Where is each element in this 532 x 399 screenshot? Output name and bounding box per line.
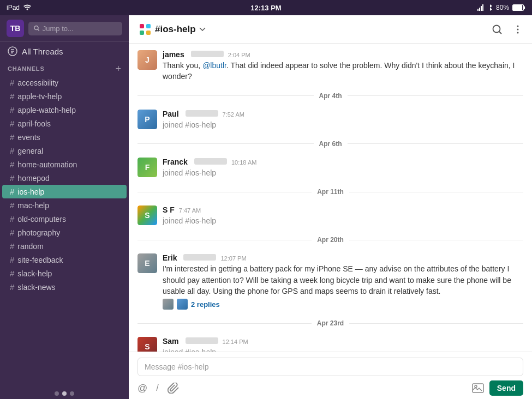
- search-icon: [34, 25, 40, 32]
- sf-message-content: S F 7:47 AM joined #ios-help: [163, 205, 523, 226]
- james-author: james: [163, 50, 184, 59]
- more-options-icon[interactable]: [512, 24, 523, 35]
- dot-3: [70, 391, 74, 396]
- svg-line-8: [38, 29, 39, 31]
- erik-avatar-img: E: [138, 253, 157, 273]
- channel-name-label: accessibility: [17, 78, 58, 87]
- hash-icon: #: [10, 105, 14, 114]
- sidebar-item-homepod[interactable]: #homepod: [2, 171, 127, 185]
- sf-avatar-img: S: [138, 205, 157, 225]
- date-label-apr11: Apr 11th: [317, 188, 344, 196]
- message-row: J james 2:04 PM Thank you, @lbutlr. That…: [138, 48, 523, 84]
- sidebar-item-old-computers[interactable]: #old-computers: [2, 212, 127, 226]
- paul-message-content: Paul 7:52 AM joined #ios-help: [163, 110, 523, 130]
- replies-count[interactable]: 2 replies: [191, 300, 220, 309]
- sidebar-header: TB: [0, 15, 129, 42]
- main-layout: TB All Threads CHANNELS + #accessibility…: [0, 15, 532, 399]
- search-input[interactable]: [43, 25, 117, 33]
- hash-icon: #: [10, 173, 14, 183]
- hash-icon: #: [10, 92, 14, 101]
- erik-avatar: E: [138, 253, 157, 273]
- status-time: 12:13 PM: [250, 4, 281, 12]
- channel-name-label: april-fools: [17, 119, 51, 128]
- date-label-apr6: Apr 6th: [319, 140, 342, 148]
- slash-command-icon[interactable]: /: [156, 383, 158, 393]
- sidebar-item-apple-tv-help[interactable]: #apple-tv-help: [2, 89, 127, 103]
- search-chat-icon[interactable]: [492, 24, 503, 35]
- sf-author: S F: [163, 205, 175, 214]
- hash-icon: #: [10, 187, 14, 196]
- sidebar-item-april-fools[interactable]: #april-fools: [2, 117, 127, 130]
- at-mention-icon[interactable]: @: [138, 383, 147, 394]
- sidebar-item-apple-watch-help[interactable]: #apple-watch-help: [2, 103, 127, 117]
- channel-name-header[interactable]: #ios-help: [138, 22, 206, 37]
- sidebar-item-events[interactable]: #events: [2, 130, 127, 144]
- device-label: iPad: [7, 4, 20, 11]
- sidebar: TB All Threads CHANNELS + #accessibility…: [0, 15, 129, 399]
- add-channel-button[interactable]: +: [115, 64, 121, 74]
- svg-rect-5: [513, 5, 522, 10]
- channel-name-label: site-feedback: [17, 256, 63, 264]
- hash-icon: #: [10, 214, 14, 223]
- sidebar-item-slack-help[interactable]: #slack-help: [2, 267, 127, 280]
- all-threads-item[interactable]: All Threads: [0, 42, 129, 61]
- channel-name-label: ios-help: [17, 188, 44, 196]
- message-input-box[interactable]: Message #ios-help: [138, 358, 523, 376]
- svg-rect-14: [146, 31, 151, 35]
- paul-message-time: 7:52 AM: [223, 111, 244, 118]
- svg-point-17: [517, 25, 519, 27]
- sidebar-item-photography[interactable]: #photography: [2, 226, 127, 239]
- date-label-apr20: Apr 20th: [317, 236, 344, 244]
- channel-name-text: #ios-help: [155, 24, 196, 35]
- message-row: P Paul 7:52 AM joined #ios-help: [138, 107, 523, 132]
- sidebar-item-slack-news[interactable]: #slack-news: [2, 280, 127, 294]
- sidebar-item-site-feedback[interactable]: #site-feedback: [2, 253, 127, 267]
- channel-name-label: random: [17, 242, 43, 251]
- workspace-icon[interactable]: TB: [7, 20, 24, 37]
- date-divider-apr23: Apr 23rd: [138, 319, 523, 327]
- sf-avatar: S: [138, 205, 157, 225]
- franck-author-blur: [194, 158, 227, 165]
- channel-name-label: events: [17, 133, 40, 142]
- hash-icon: #: [10, 269, 14, 278]
- message-row: S S F 7:47 AM joined #ios-help: [138, 203, 523, 228]
- sidebar-item-home-automation[interactable]: #home-automation: [2, 158, 127, 171]
- channel-name-label: old-computers: [17, 215, 66, 223]
- sidebar-item-ios-help[interactable]: #ios-help: [2, 185, 127, 198]
- send-button[interactable]: Send: [489, 380, 523, 396]
- channel-name-label: homepod: [17, 174, 49, 183]
- paul-message-header: Paul 7:52 AM: [163, 110, 523, 118]
- erik-message-content: Erik 12:07 PM I'm interested in getting …: [163, 253, 523, 310]
- james-avatar: J: [138, 50, 157, 70]
- hash-icon: #: [10, 201, 14, 210]
- messages-container: J james 2:04 PM Thank you, @lbutlr. That…: [129, 44, 532, 352]
- attachment-icon[interactable]: [168, 383, 180, 394]
- svg-rect-3: [482, 4, 483, 11]
- search-box[interactable]: [28, 22, 122, 35]
- sidebar-item-accessibility[interactable]: #accessibility: [2, 76, 127, 89]
- sam-author-blur: [186, 337, 218, 344]
- sidebar-item-general[interactable]: #general: [2, 144, 127, 158]
- franck-message-content: Franck 10:18 AM joined #ios-help: [163, 158, 523, 178]
- sam-avatar-img: S: [138, 337, 157, 352]
- svg-rect-12: [146, 24, 151, 28]
- hash-icon: #: [10, 119, 14, 128]
- divider-line: [138, 323, 312, 324]
- date-divider-apr6: Apr 6th: [138, 140, 523, 148]
- channel-name-label: photography: [17, 228, 60, 237]
- svg-rect-2: [481, 6, 482, 11]
- sam-author: Sam: [163, 337, 179, 346]
- svg-rect-1: [479, 8, 480, 11]
- date-divider-apr4: Apr 4th: [138, 92, 523, 100]
- sidebar-item-random[interactable]: #random: [2, 239, 127, 253]
- divider-line: [348, 95, 524, 96]
- sidebar-item-mac-help[interactable]: #mac-help: [2, 198, 127, 212]
- channel-name-label: home-automation: [17, 160, 77, 169]
- divider-line: [348, 143, 524, 144]
- james-message-header: james 2:04 PM: [163, 50, 523, 59]
- paul-avatar: P: [138, 110, 157, 129]
- image-icon[interactable]: [472, 383, 484, 393]
- replies-row[interactable]: 2 replies: [163, 299, 523, 310]
- message-input-area: Message #ios-help @ / Send: [129, 352, 532, 399]
- slack-logo: [138, 22, 153, 37]
